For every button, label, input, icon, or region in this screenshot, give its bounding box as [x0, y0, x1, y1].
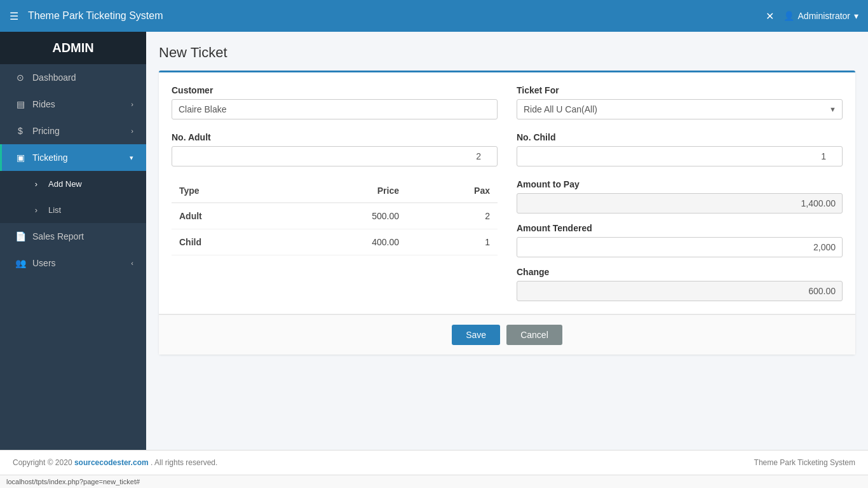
two-col-section: Type Price Pax Adult 500.00 2 Child 400.…: [172, 179, 843, 301]
amount-to-pay-value: 1,400.00: [517, 193, 843, 214]
navbar-right: ✕ 👤 Administrator ▾: [766, 10, 858, 22]
table-row: Adult 500.00 2: [172, 203, 498, 229]
cancel-button[interactable]: Cancel: [506, 325, 562, 345]
amount-to-pay-label: Amount to Pay: [517, 179, 843, 189]
row-type: Child: [172, 229, 283, 255]
col-price-header: Price: [283, 179, 407, 203]
footer-brand: Theme Park Ticketing System: [754, 458, 855, 467]
ticket-for-select[interactable]: Ride All U Can(All) Day Pass Weekend Pas…: [517, 99, 843, 119]
user-menu[interactable]: 👤 Administrator ▾: [783, 11, 858, 21]
sidebar: ADMIN ⊙ Dashboard ▤ Rides › $ Pricing › …: [0, 32, 146, 450]
chevron-right-icon: ›: [31, 179, 42, 189]
footer-text: Copyright © 2020 sourcecodester.com . Al…: [13, 458, 217, 467]
close-icon[interactable]: ✕: [766, 10, 774, 22]
customer-group: Customer: [172, 85, 498, 119]
no-child-label: No. Child: [517, 132, 843, 142]
no-adult-group: No. Adult: [172, 132, 498, 166]
row-price: 400.00: [283, 229, 407, 255]
users-icon: 👥: [15, 258, 26, 268]
user-name: Administrator: [798, 11, 850, 21]
sales-report-icon: 📄: [15, 231, 26, 241]
ticketing-submenu: › Add New › List: [0, 171, 146, 223]
hamburger-icon[interactable]: ☰: [10, 10, 18, 22]
ticket-for-select-wrapper: Ride All U Can(All) Day Pass Weekend Pas…: [517, 99, 843, 119]
chevron-right-icon: ›: [31, 205, 42, 215]
amount-tendered-input[interactable]: [517, 237, 843, 257]
chevron-down-icon: ▾: [130, 154, 133, 162]
no-adult-input[interactable]: [172, 146, 498, 166]
payment-summary: Amount to Pay 1,400.00 Amount Tendered C…: [517, 179, 843, 301]
sidebar-item-add-new[interactable]: › Add New: [0, 171, 146, 197]
row-type: Adult: [172, 203, 283, 229]
change-value: 600.00: [517, 281, 843, 301]
ticket-form-card: Customer Ticket For Ride All U Can(All) …: [159, 71, 855, 355]
card-body: Customer Ticket For Ride All U Can(All) …: [159, 72, 855, 314]
sidebar-item-label: Users: [32, 258, 56, 268]
sidebar-brand: ADMIN: [0, 32, 146, 64]
footer-copyright: Copyright © 2020: [13, 458, 74, 467]
no-child-input[interactable]: [517, 146, 843, 166]
ticketing-icon: ▣: [15, 152, 26, 163]
sidebar-item-list[interactable]: › List: [0, 197, 146, 223]
page-title: New Ticket: [159, 44, 855, 61]
table-row: Child 400.00 1: [172, 229, 498, 255]
amount-tendered-group: Amount Tendered: [517, 223, 843, 257]
save-button[interactable]: Save: [452, 325, 500, 345]
ticket-for-label: Ticket For: [517, 85, 843, 95]
sidebar-item-label: Rides: [32, 99, 55, 109]
page-footer: Copyright © 2020 sourcecodester.com . Al…: [0, 450, 868, 475]
row-pax: 2: [407, 203, 498, 229]
row-price: 500.00: [283, 203, 407, 229]
sidebar-item-dashboard[interactable]: ⊙ Dashboard: [0, 64, 146, 91]
footer-rights: . All rights reserved.: [151, 458, 217, 467]
change-group: Change 600.00: [517, 267, 843, 301]
navbar: ☰ Theme Park Ticketing System ✕ 👤 Admini…: [0, 0, 868, 32]
sidebar-item-label: Pricing: [32, 126, 60, 136]
rides-icon: ▤: [15, 99, 26, 109]
ticket-table: Type Price Pax Adult 500.00 2 Child 400.…: [172, 179, 498, 255]
sidebar-item-users[interactable]: 👥 Users ‹: [0, 250, 146, 276]
sidebar-sub-label: Add New: [48, 179, 82, 189]
table-header-row: Type Price Pax: [172, 179, 498, 203]
customer-label: Customer: [172, 85, 498, 95]
amount-tendered-label: Amount Tendered: [517, 223, 843, 233]
chevron-right-icon: ›: [131, 100, 133, 108]
no-adult-label: No. Adult: [172, 132, 498, 142]
sidebar-item-label: Dashboard: [32, 72, 76, 83]
change-label: Change: [517, 267, 843, 277]
main-content: New Ticket Customer Ticket For Ride All …: [146, 32, 868, 450]
pricing-icon: $: [15, 126, 26, 136]
sidebar-item-ticketing[interactable]: ▣ Ticketing ▾: [0, 144, 146, 171]
col-type-header: Type: [172, 179, 283, 203]
status-url: localhost/tpts/index.php?page=new_ticket…: [6, 478, 140, 485]
customer-input[interactable]: [172, 99, 498, 119]
user-icon: 👤: [783, 11, 794, 21]
sidebar-item-rides[interactable]: ▤ Rides ›: [0, 91, 146, 118]
sidebar-sub-label: List: [48, 205, 61, 215]
sidebar-item-label: Ticketing: [32, 152, 68, 163]
row-pax: 1: [407, 229, 498, 255]
sidebar-item-pricing[interactable]: $ Pricing ›: [0, 118, 146, 144]
sidebar-nav: ⊙ Dashboard ▤ Rides › $ Pricing › ▣ Tick…: [0, 64, 146, 450]
chevron-down-icon: ▾: [854, 11, 858, 21]
footer-site-link[interactable]: sourcecodester.com: [74, 458, 149, 467]
form-row-2: No. Adult No. Child: [172, 132, 843, 166]
main-layout: ADMIN ⊙ Dashboard ▤ Rides › $ Pricing › …: [0, 32, 868, 450]
amount-to-pay-group: Amount to Pay 1,400.00: [517, 179, 843, 214]
pricing-table-section: Type Price Pax Adult 500.00 2 Child 400.…: [172, 179, 498, 301]
chevron-right-icon: ›: [131, 127, 133, 135]
status-bar: localhost/tpts/index.php?page=new_ticket…: [0, 475, 868, 488]
ticket-for-group: Ticket For Ride All U Can(All) Day Pass …: [517, 85, 843, 119]
chevron-right-icon: ‹: [131, 259, 133, 267]
no-child-group: No. Child: [517, 132, 843, 166]
form-row-1: Customer Ticket For Ride All U Can(All) …: [172, 85, 843, 119]
col-pax-header: Pax: [407, 179, 498, 203]
sidebar-item-sales-report[interactable]: 📄 Sales Report: [0, 223, 146, 250]
card-footer: Save Cancel: [159, 315, 855, 355]
dashboard-icon: ⊙: [15, 72, 26, 83]
navbar-title: Theme Park Ticketing System: [28, 10, 756, 22]
sidebar-item-label: Sales Report: [32, 231, 84, 241]
